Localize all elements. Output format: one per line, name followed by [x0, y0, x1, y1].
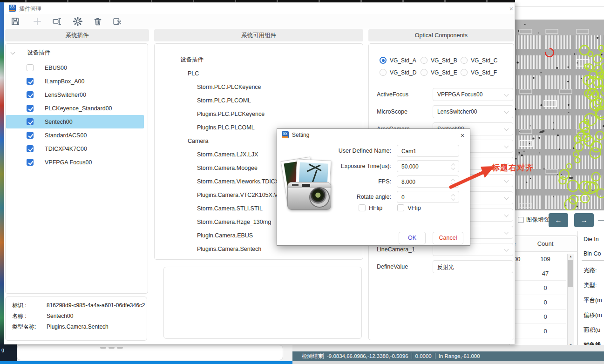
chevron-down-icon[interactable] — [182, 247, 186, 251]
chevron-down-icon — [504, 93, 509, 97]
plugin-list-item[interactable]: PLCKeyence_Standard00 — [6, 101, 144, 115]
tree-item-label: Storm.Camera.LJX.LJX — [197, 151, 258, 158]
plugin-list-item[interactable]: TDICXP4K7C00 — [6, 142, 144, 155]
table-row[interactable]: 0 — [510, 281, 566, 295]
dialog-titlebar[interactable]: Setting × — [277, 129, 470, 141]
save-button[interactable] — [10, 16, 21, 27]
plugin-list-item[interactable]: Sentech00 — [6, 115, 144, 128]
radio-VG_Std_B[interactable]: VG_Std_B — [421, 57, 457, 64]
remove-selection-button[interactable] — [112, 16, 123, 27]
grip-dot — [109, 347, 115, 349]
die-property-label: 偏移(m — [584, 311, 604, 321]
plugin-list-item[interactable]: ILampBox_A00 — [6, 74, 144, 88]
tree-item[interactable]: 设备插件 — [156, 53, 358, 67]
tree-item[interactable]: Plugins.PLC.PLCKeyence — [156, 107, 358, 121]
table-scrollbar[interactable]: ▲ ▼ — [567, 254, 574, 348]
rename-button[interactable] — [52, 16, 63, 27]
table-row[interactable]: 47 — [510, 266, 566, 281]
delete-button[interactable] — [93, 16, 104, 27]
chevron-down-icon[interactable] — [182, 166, 186, 170]
chevron-down-icon[interactable] — [182, 112, 186, 116]
add-button[interactable] — [32, 16, 43, 27]
chevron-down-icon[interactable] — [182, 125, 186, 129]
image-enhance-checkbox[interactable] — [518, 217, 524, 223]
prev-image-button[interactable]: ← — [549, 213, 568, 227]
field-input[interactable]: Cam1 — [397, 145, 459, 157]
radio-icon[interactable] — [421, 69, 428, 76]
corner-text: g — [1, 347, 4, 352]
chevron-down-icon[interactable] — [11, 51, 15, 55]
radio-icon[interactable] — [421, 57, 428, 64]
tree-item[interactable]: Storm.PLC.PLCOML — [156, 94, 358, 107]
chevron-down-icon[interactable] — [182, 193, 186, 197]
spinner-icon[interactable] — [452, 163, 455, 170]
ok-button[interactable]: OK — [399, 232, 426, 244]
chevron-down-icon[interactable] — [182, 206, 186, 210]
info-value: 816298d9-c985-4a4a-a601-06dfe346c2 — [47, 302, 145, 309]
plugin-label: VPFPGA Focus00 — [45, 159, 92, 166]
chevron-down-icon[interactable] — [182, 98, 186, 102]
plugin-checkbox[interactable] — [27, 105, 34, 112]
scroll-up-icon[interactable]: ▲ — [568, 255, 574, 258]
app-logo-icon — [282, 131, 289, 138]
radio-VG_Std_F[interactable]: VG_Std_F — [461, 69, 497, 76]
chevron-down-icon[interactable] — [182, 220, 186, 224]
cancel-button[interactable]: Cancel — [433, 232, 463, 244]
status-coordinates: -9.0834,66.0986,-12.3380,-0.5096 — [323, 353, 412, 359]
checkbox[interactable] — [397, 204, 404, 211]
chevron-down-icon[interactable] — [182, 233, 186, 237]
chevron-down-icon[interactable] — [182, 152, 186, 156]
plugin-checkbox[interactable] — [27, 91, 34, 98]
radio-icon[interactable] — [461, 69, 468, 76]
window-titlebar[interactable]: 插件管理 × — [4, 3, 515, 14]
table-row[interactable]: 0 — [510, 310, 566, 324]
table-row[interactable]: 0 — [510, 324, 566, 338]
field-input[interactable]: 50.000 — [397, 160, 459, 172]
chevron-down-icon[interactable] — [182, 85, 186, 89]
chevron-down-icon[interactable] — [172, 71, 176, 75]
plugin-checkbox[interactable] — [27, 118, 34, 125]
radio-icon[interactable] — [380, 57, 387, 64]
plugin-checkbox[interactable] — [27, 145, 34, 152]
cell-count: 0 — [529, 299, 562, 306]
plugin-checkbox[interactable] — [27, 159, 34, 166]
field-input[interactable]: 0 — [397, 191, 459, 203]
table-row[interactable]: 0 — [510, 295, 566, 310]
scroll-thumb[interactable] — [568, 260, 573, 287]
chevron-down-icon[interactable] — [172, 139, 176, 143]
info-label: 标识 : — [12, 302, 47, 310]
settings-button[interactable] — [73, 16, 84, 27]
field-input[interactable]: 8.000 — [397, 175, 459, 188]
close-icon[interactable]: × — [506, 4, 516, 13]
plugin-list-item[interactable]: LensSwitcher00 — [6, 88, 144, 101]
chevron-down-icon[interactable] — [165, 58, 169, 62]
plugin-checkbox[interactable] — [27, 78, 34, 85]
plugin-checkbox[interactable] — [27, 132, 34, 139]
table-row[interactable]: 00 109 — [510, 252, 566, 266]
radio-VG_Std_D[interactable]: VG_Std_D — [380, 69, 416, 76]
window-title: 插件管理 — [19, 5, 41, 13]
optical-row-control[interactable]: 反射光 — [433, 260, 513, 273]
radio-icon[interactable] — [380, 69, 387, 76]
tree-item[interactable]: Storm.PLC.PLCKeyence — [156, 80, 358, 94]
plugin-label: LensSwitcher00 — [45, 92, 86, 98]
plugin-checkbox[interactable] — [27, 64, 34, 71]
radio-VG_Std_C[interactable]: VG_Std_C — [461, 57, 497, 64]
radio-VG_Std_A[interactable]: VG_Std_A — [380, 57, 416, 64]
radio-icon[interactable] — [461, 57, 468, 64]
next-image-button[interactable]: → — [574, 213, 594, 227]
checkbox[interactable] — [359, 204, 366, 211]
plugin-list-item[interactable]: VPFPGA Focus00 — [6, 155, 144, 169]
spinner-icon[interactable] — [452, 178, 455, 186]
cell-count: 47 — [529, 270, 562, 277]
tree-item[interactable]: PLC — [156, 67, 358, 80]
optical-row-control[interactable]: LensSwitcher00 — [433, 105, 513, 118]
close-icon[interactable]: × — [458, 131, 467, 140]
plugin-list-item[interactable]: StandardACS00 — [6, 128, 144, 142]
plugin-list-item[interactable]: EBUS00 — [6, 61, 144, 74]
chevron-down-icon[interactable] — [182, 179, 186, 183]
radio-VG_Std_E[interactable]: VG_Std_E — [421, 69, 457, 76]
optical-row-control[interactable]: VPFPGA Focus00 — [433, 88, 513, 101]
plugin-tree-root[interactable]: 设备插件 — [11, 47, 50, 59]
spinner-icon[interactable] — [452, 194, 455, 201]
